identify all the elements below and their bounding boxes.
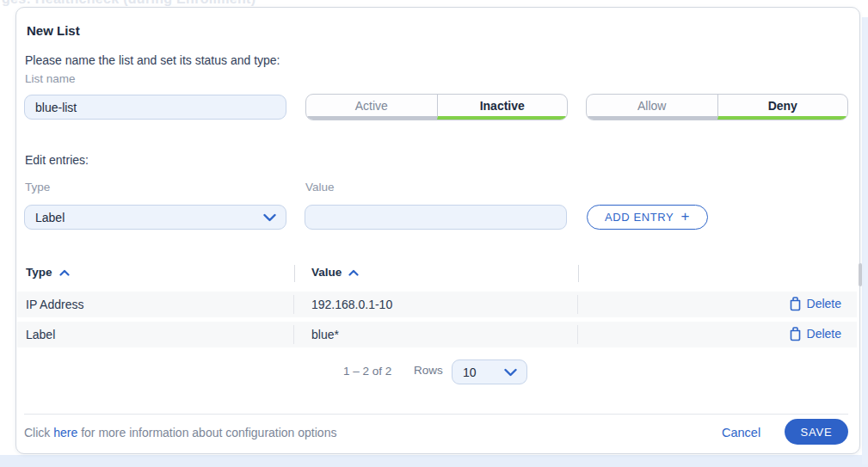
delete-label: Delete bbox=[807, 327, 841, 341]
rows-per-page-value: 10 bbox=[463, 366, 477, 379]
entries-table-header: Type Value bbox=[17, 263, 858, 286]
status-option-inactive[interactable]: Inactive bbox=[437, 95, 568, 120]
save-button[interactable]: SAVE bbox=[785, 419, 848, 445]
delete-button[interactable]: Delete bbox=[789, 296, 841, 311]
entry-type-label: Type bbox=[25, 181, 50, 194]
more-info-link[interactable]: here bbox=[53, 426, 77, 439]
trash-icon bbox=[789, 326, 802, 341]
chevron-down-icon bbox=[504, 368, 517, 377]
delete-label: Delete bbox=[807, 297, 841, 310]
table-scrollbar[interactable] bbox=[859, 263, 862, 286]
edit-entries-heading: Edit entries: bbox=[25, 153, 89, 167]
dialog-intro-text: Please name the list and set its status … bbox=[25, 53, 280, 67]
cancel-button[interactable]: Cancel bbox=[722, 426, 760, 439]
column-divider bbox=[293, 325, 294, 344]
status-toggle: Active Inactive bbox=[305, 94, 568, 120]
column-divider bbox=[294, 265, 295, 282]
sort-ascending-icon bbox=[348, 269, 359, 276]
background-page-heading: ges: Healthcheck (during Enrollment) bbox=[2, 0, 255, 7]
list-name-label: List name bbox=[25, 72, 76, 85]
column-divider bbox=[577, 325, 578, 344]
list-name-input[interactable] bbox=[24, 95, 286, 120]
type-option-deny[interactable]: Deny bbox=[717, 95, 848, 120]
table-row: Label blue* Delete bbox=[17, 322, 857, 347]
footer-help-text: Click here for more information about co… bbox=[24, 426, 336, 439]
entry-value-label: Value bbox=[305, 181, 335, 194]
row-value-cell: blue* bbox=[311, 328, 339, 341]
plus-icon: + bbox=[680, 208, 690, 225]
chevron-down-icon bbox=[263, 213, 276, 222]
column-divider bbox=[293, 295, 294, 314]
footer-divider bbox=[24, 414, 848, 415]
pagination-range: 1 – 2 of 2 bbox=[343, 365, 391, 378]
add-entry-button[interactable]: ADD ENTRY + bbox=[587, 205, 708, 230]
entry-type-select[interactable]: Label bbox=[24, 205, 286, 230]
row-type-cell: Label bbox=[26, 328, 55, 341]
column-divider bbox=[578, 265, 579, 282]
add-entry-label: ADD ENTRY bbox=[605, 211, 674, 224]
list-type-toggle: Allow Deny bbox=[586, 94, 848, 120]
trash-icon bbox=[789, 296, 802, 311]
column-header-type[interactable]: Type bbox=[26, 266, 70, 279]
delete-button[interactable]: Delete bbox=[789, 326, 841, 341]
status-option-active[interactable]: Active bbox=[306, 95, 437, 120]
row-type-cell: IP Address bbox=[26, 298, 83, 311]
type-option-allow[interactable]: Allow bbox=[587, 95, 717, 120]
entry-type-selected-value: Label bbox=[35, 211, 65, 224]
rows-per-page-select[interactable]: 10 bbox=[452, 359, 527, 384]
table-row: IP Address 192.168.0.1-10 Delete bbox=[17, 292, 857, 317]
page-background-right bbox=[862, 17, 868, 464]
column-header-value[interactable]: Value bbox=[311, 266, 359, 279]
row-value-cell: 192.168.0.1-10 bbox=[311, 298, 392, 311]
page-background-bottom bbox=[0, 455, 868, 467]
rows-per-page-label: Rows bbox=[414, 364, 443, 377]
sort-ascending-icon bbox=[59, 269, 70, 276]
dialog-title: New List bbox=[27, 23, 80, 38]
entry-value-input[interactable] bbox=[305, 205, 567, 230]
column-divider bbox=[577, 295, 578, 314]
new-list-dialog: New List Please name the list and set it… bbox=[15, 7, 860, 454]
